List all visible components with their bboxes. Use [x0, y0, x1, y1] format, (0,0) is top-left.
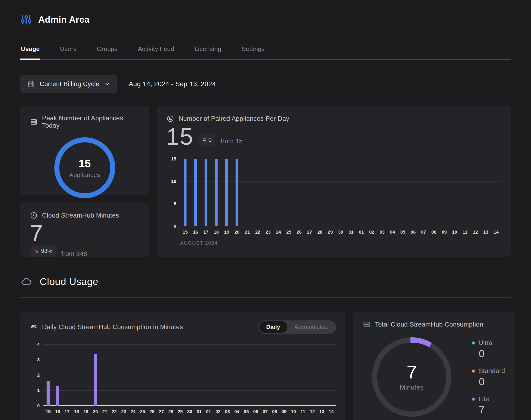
x-tick-label: 26 — [147, 409, 157, 414]
x-tick-label: 06 — [251, 409, 260, 414]
y-axis: 01234 — [30, 345, 44, 406]
chart-column: 17 — [62, 345, 72, 406]
daily-accumulated-toggle: DailyAccumulated — [258, 320, 336, 334]
chart-column: 21 — [242, 159, 253, 226]
donut-center-value: 7 — [406, 363, 417, 381]
chart-column: 09 — [439, 159, 450, 226]
x-tick-label: 16 — [53, 409, 62, 414]
chart-column: 17 — [201, 159, 211, 226]
peak-card-title: Peak Number of Appliances Today — [42, 115, 140, 129]
x-tick-label: 12 — [307, 409, 317, 414]
x-tick-label: 05 — [242, 409, 251, 414]
legend-value: 0 — [479, 348, 505, 359]
x-tick-label: 10 — [289, 409, 298, 414]
chart-column: 18 — [72, 345, 81, 406]
x-tick-label: 09 — [279, 409, 289, 414]
chart-column: 03 — [377, 159, 387, 226]
tab-activity-feed[interactable]: Activity Feed — [137, 42, 175, 59]
month-caption: AUGUST 2024 — [180, 240, 501, 246]
chart-column: 01 — [204, 345, 213, 406]
tab-licensing[interactable]: Licensing — [194, 42, 222, 59]
x-tick-label: 29 — [325, 230, 336, 235]
appliances-unit: Appliances — [69, 171, 100, 179]
legend-value: 0 — [479, 376, 505, 387]
tab-users[interactable]: Users — [60, 42, 77, 59]
tab-settings[interactable]: Settings — [241, 42, 265, 59]
chart-column: 23 — [119, 345, 129, 406]
total-legend-standard: Standard0 — [472, 367, 505, 387]
chart-column: 29 — [325, 159, 336, 226]
chart-column: 05 — [242, 345, 251, 406]
y-tick-label: 10 — [171, 179, 176, 184]
chart-column: 02 — [367, 159, 377, 226]
chart-column: 20 — [91, 345, 100, 406]
standard-dot-icon — [472, 370, 475, 373]
chart-column: 02 — [213, 345, 223, 406]
chart-column: 06 — [251, 345, 260, 406]
chart-column: 26 — [294, 159, 305, 226]
tab-groups[interactable]: Groups — [96, 42, 118, 59]
paired-from-text: from 15 — [221, 137, 243, 145]
chart-column: 26 — [147, 345, 157, 406]
tab-usage[interactable]: Usage — [20, 42, 40, 59]
x-tick-label: 10 — [450, 230, 460, 235]
billing-cycle-dropdown[interactable]: Current Billing Cycle — [20, 75, 117, 93]
x-tick-label: 08 — [270, 409, 279, 414]
x-tick-label: 31 — [194, 409, 204, 414]
chart-column: 05 — [398, 159, 408, 226]
x-tick-label: 20 — [91, 409, 100, 414]
chart-column: 07 — [260, 345, 270, 406]
trend-down-icon: ↘ — [33, 248, 39, 254]
cloud-activity-icon — [30, 323, 38, 331]
section-divider — [20, 297, 511, 298]
chart-column: 09 — [279, 345, 289, 406]
x-tick-label: 07 — [260, 409, 270, 414]
toggle-daily[interactable]: Daily — [259, 321, 287, 333]
x-tick-label: 13 — [317, 409, 326, 414]
toggle-accumulated[interactable]: Accumulated — [287, 321, 335, 333]
chart-column: 11 — [460, 159, 470, 226]
x-tick-label: 28 — [166, 409, 176, 414]
tab-bar: UsageUsersGroupsActivity FeedLicensingSe… — [20, 42, 511, 60]
x-tick-label: 25 — [284, 230, 294, 235]
chart-column: 30 — [185, 345, 194, 406]
paired-delta-badge: = 0 — [199, 134, 215, 146]
bar-day-16 — [194, 159, 197, 226]
chart-column: 22 — [110, 345, 119, 406]
chart-column: 31 — [346, 159, 356, 226]
x-tick-label: 09 — [439, 230, 450, 235]
x-tick-label: 25 — [138, 409, 147, 414]
x-tick-label: 14 — [491, 230, 501, 235]
x-tick-label: 23 — [263, 230, 273, 235]
x-tick-label: 27 — [157, 409, 166, 414]
ultra-dot-icon — [472, 341, 475, 345]
bar-day-19 — [225, 159, 228, 226]
x-tick-label: 18 — [211, 230, 222, 235]
x-tick-label: 27 — [305, 230, 315, 235]
chart-column: 16 — [53, 345, 62, 406]
minutes-delta-badge: ↘ 98% — [30, 245, 56, 257]
x-tick-label: 13 — [481, 230, 491, 235]
chart-column: 14 — [491, 159, 501, 226]
x-tick-label: 20 — [232, 230, 242, 235]
x-tick-label: 17 — [62, 409, 72, 414]
chart-column: 13 — [481, 159, 491, 226]
chart-column: 06 — [408, 159, 418, 226]
paired-per-day-chart: 051015 151617181920212223242526272829303… — [166, 159, 501, 226]
minutes-from-text: from 348 — [61, 250, 87, 258]
chart-column: 16 — [190, 159, 201, 226]
x-tick-label: 21 — [242, 230, 253, 235]
lite-dot-icon — [472, 398, 475, 401]
chart-column: 25 — [138, 345, 147, 406]
peak-appliances-card: Peak Number of Appliances Today 15 Appli… — [20, 106, 149, 195]
x-tick-label: 01 — [204, 409, 213, 414]
x-tick-label: 03 — [223, 409, 232, 414]
x-tick-label: 28 — [315, 230, 325, 235]
chart-column: 01 — [356, 159, 367, 226]
daily-card-title: Daily Cloud StreamHub Consumption in Min… — [42, 324, 183, 331]
x-tick-label: 08 — [429, 230, 439, 235]
bar-day-20 — [236, 159, 238, 226]
x-tick-label: 30 — [336, 230, 346, 235]
x-tick-label: 03 — [377, 230, 387, 235]
chart-column: 12 — [307, 345, 317, 406]
